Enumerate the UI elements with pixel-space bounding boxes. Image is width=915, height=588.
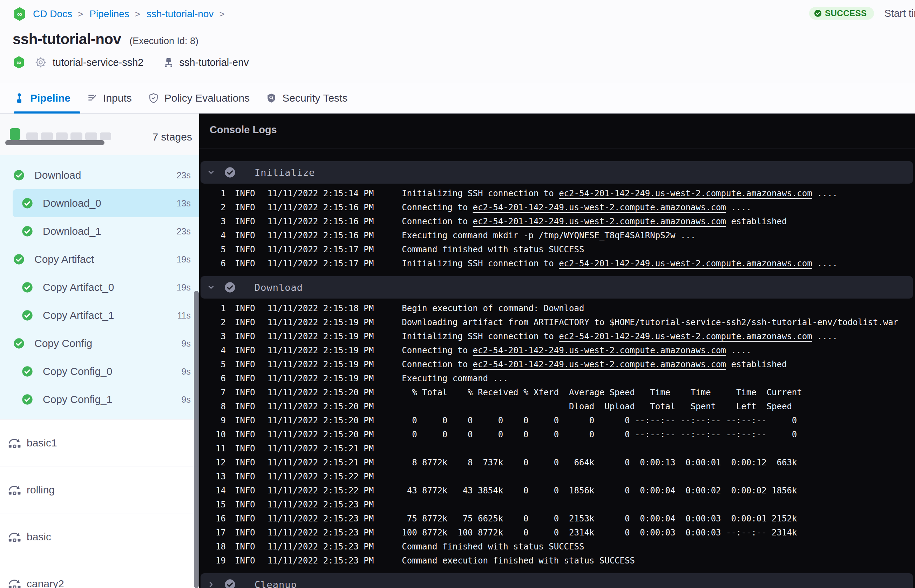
log-message: Executing command ... xyxy=(402,372,508,386)
execution-id-label: (Execution Id: 8) xyxy=(129,36,199,47)
log-line: 2 INFO 11/11/2022 2:15:19 PM Downloading… xyxy=(199,315,915,330)
log-line-number: 12 xyxy=(199,456,226,470)
log-line-number: 5 xyxy=(199,357,226,372)
log-line-number: 14 xyxy=(199,484,226,498)
pipeline-row[interactable]: basic xyxy=(0,514,199,560)
tab-label: Inputs xyxy=(103,92,132,104)
log-level: INFO xyxy=(235,399,255,414)
log-host-link[interactable]: ec2-54-201-142-249.us-west-2.compute.ama… xyxy=(473,360,726,369)
log-timestamp: 11/11/2022 2:15:23 PM xyxy=(267,554,374,568)
gear-icon xyxy=(34,56,47,69)
stage-success-check-icon xyxy=(22,226,33,237)
log-host-link[interactable]: ec2-54-201-142-249.us-west-2.compute.ama… xyxy=(473,216,726,226)
pipeline-icon xyxy=(14,92,25,104)
policy-shield-check-icon xyxy=(148,92,159,104)
main-content: 7 stages Download 23s Download_0 13s Dow… xyxy=(0,113,915,588)
log-line-number: 4 xyxy=(199,343,226,357)
breadcrumb-link-pipelines[interactable]: Pipelines xyxy=(89,8,129,19)
log-timestamp: 11/11/2022 2:15:20 PM xyxy=(267,399,374,414)
stage-minimap-scrollbar[interactable] xyxy=(5,140,105,145)
log-timestamp: 11/11/2022 2:15:23 PM xyxy=(267,540,374,554)
log-host-link[interactable]: ec2-54-201-142-249.us-west-2.compute.ama… xyxy=(473,202,726,212)
log-section-header[interactable]: Initialize xyxy=(200,161,913,184)
log-line: 19 INFO 11/11/2022 2:15:23 PM Command ex… xyxy=(199,554,915,568)
stage-row[interactable]: Copy Artifact_0 19s xyxy=(0,273,199,301)
page-title: ssh-tutorial-nov xyxy=(13,31,121,48)
log-section-name: Cleanup xyxy=(254,579,297,588)
log-timestamp: 11/11/2022 2:15:14 PM xyxy=(267,186,374,200)
log-line-number: 3 xyxy=(199,330,226,343)
log-level: INFO xyxy=(235,242,255,257)
security-shield-icon xyxy=(266,92,277,104)
console-divider xyxy=(199,149,915,149)
sidebar-scrollbar[interactable] xyxy=(194,291,199,588)
chevron-right-icon[interactable] xyxy=(207,580,215,588)
log-level: INFO xyxy=(235,215,255,228)
log-timestamp: 11/11/2022 2:15:16 PM xyxy=(267,200,374,215)
log-line: 1 INFO 11/11/2022 2:15:18 PM Begin execu… xyxy=(199,301,915,315)
log-message: 100 8772k 100 8772k 0 0 2314k 0 0:00:03 … xyxy=(402,526,797,540)
log-level: INFO xyxy=(235,456,255,470)
environment-icon xyxy=(163,56,174,69)
service-name[interactable]: tutorial-service-ssh2 xyxy=(53,57,143,68)
log-host-link[interactable]: ec2-54-201-142-249.us-west-2.compute.ama… xyxy=(559,189,812,198)
rollback-icon xyxy=(8,484,22,496)
stage-row[interactable]: Copy Config 9s xyxy=(0,330,199,357)
log-level: INFO xyxy=(235,357,255,372)
pipeline-row[interactable]: basic1 xyxy=(0,420,199,467)
stage-row[interactable]: Copy Artifact 19s xyxy=(0,245,199,273)
log-message: Initializing SSH connection to ec2-54-20… xyxy=(402,186,837,200)
log-line-number: 18 xyxy=(199,540,226,554)
log-level: INFO xyxy=(235,470,255,484)
log-level: INFO xyxy=(235,200,255,215)
stage-progress-square xyxy=(56,132,68,140)
stage-row[interactable]: Copy Config_1 9s xyxy=(0,386,199,414)
log-message: Command execution finished with status S… xyxy=(402,554,635,568)
stage-count-label: 7 stages xyxy=(152,131,192,143)
log-level: INFO xyxy=(235,301,255,315)
chevron-down-icon[interactable] xyxy=(207,168,215,177)
log-level: INFO xyxy=(235,257,255,271)
tab-security-tests[interactable]: Security Tests xyxy=(266,92,348,104)
breadcrumb-link-cd-docs[interactable]: CD Docs xyxy=(33,8,72,19)
log-line: 5 INFO 11/11/2022 2:15:17 PM Command fin… xyxy=(199,242,915,257)
pipeline-row[interactable]: rolling xyxy=(0,467,199,514)
log-host-link[interactable]: ec2-54-201-142-249.us-west-2.compute.ama… xyxy=(559,331,812,341)
log-timestamp: 11/11/2022 2:15:18 PM xyxy=(267,301,374,315)
tab-policy-evaluations[interactable]: Policy Evaluations xyxy=(148,92,250,104)
pipeline-name: rolling xyxy=(27,484,55,496)
log-section-header[interactable]: Download xyxy=(200,276,913,299)
stage-success-check-icon xyxy=(13,170,24,181)
tab-pipeline[interactable]: Pipeline xyxy=(14,92,71,104)
stage-name: Copy Config_1 xyxy=(43,394,112,405)
pipeline-execution-page: ∞ CD Docs > Pipelines > ssh-tutorial-nov… xyxy=(0,0,915,588)
chevron-down-icon[interactable] xyxy=(207,283,215,292)
environment-name[interactable]: ssh-tutorial-env xyxy=(179,57,249,68)
log-section-header[interactable]: Cleanup xyxy=(200,573,913,588)
breadcrumb-link-pipeline-name[interactable]: ssh-tutorial-nov xyxy=(147,8,213,19)
log-message: 8 8772k 8 737k 0 0 664k 0 0:00:13 0:00:0… xyxy=(402,456,797,470)
log-host-link[interactable]: ec2-54-201-142-249.us-west-2.compute.ama… xyxy=(473,346,726,355)
stage-duration: 9s xyxy=(182,339,191,349)
stage-duration: 19s xyxy=(177,283,191,292)
tab-inputs[interactable]: Inputs xyxy=(87,92,132,104)
log-section-name: Download xyxy=(254,282,303,293)
stage-duration: 11s xyxy=(178,310,191,321)
log-level: INFO xyxy=(235,526,255,540)
log-message: Dload Upload Total Spent Left Speed xyxy=(402,399,792,414)
log-line-number: 1 xyxy=(199,186,226,200)
log-timestamp: 11/11/2022 2:15:23 PM xyxy=(267,498,374,512)
log-timestamp: 11/11/2022 2:15:22 PM xyxy=(267,484,374,498)
stage-row[interactable]: Download_1 23s xyxy=(0,217,199,245)
log-line-number: 2 xyxy=(199,200,226,215)
stage-progress-square xyxy=(41,132,53,140)
stage-success-check-icon xyxy=(13,254,24,265)
log-level: INFO xyxy=(235,554,255,568)
stage-row[interactable]: Download_0 13s xyxy=(13,189,199,217)
pipeline-row[interactable]: canary2 xyxy=(0,560,199,588)
log-host-link[interactable]: ec2-54-201-142-249.us-west-2.compute.ama… xyxy=(559,258,812,268)
stage-row[interactable]: Copy Artifact_1 11s xyxy=(0,301,199,330)
stage-row[interactable]: Copy Config_0 9s xyxy=(0,357,199,386)
stage-row[interactable]: Download 23s xyxy=(0,161,199,189)
log-line: 4 INFO 11/11/2022 2:15:19 PM Connecting … xyxy=(199,343,915,357)
